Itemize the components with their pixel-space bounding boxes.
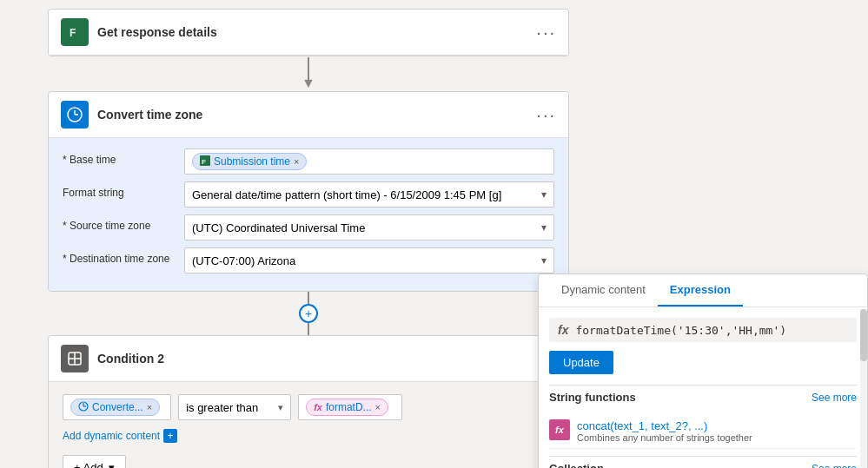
token-excel-icon: F (200, 155, 210, 168)
condition-left-value[interactable]: Converte... × (63, 394, 171, 420)
base-time-label: * Base time (63, 148, 184, 166)
format-string-value[interactable]: General date/time pattern (short time) -… (184, 181, 554, 208)
add-button-label: + Add (74, 461, 103, 468)
expression-row: fx formatDateTime('15:30','HH,mm') (549, 318, 857, 342)
operator-arrow: ▾ (278, 402, 283, 413)
source-tz-label: * Source time zone (63, 214, 184, 232)
scrollbar-track[interactable] (860, 309, 867, 468)
format-string-label: Format string (63, 181, 184, 199)
convert-card-title: Convert time zone (97, 108, 536, 122)
convert-card-more[interactable]: ··· (536, 106, 556, 123)
source-tz-arrow: ▾ (541, 221, 547, 234)
update-button[interactable]: Update (549, 351, 613, 374)
collection-see-more[interactable]: See more (812, 463, 857, 469)
converted-icon (78, 401, 89, 413)
panel-tabs: Dynamic content Expression (539, 274, 867, 307)
add-dynamic-plus-icon: + (163, 429, 177, 443)
func-details: concat(text_1, text_2?, ...) Combines an… (577, 419, 857, 443)
string-functions-title: String functions (549, 391, 636, 404)
source-tz-value[interactable]: (UTC) Coordinated Universal Time ▾ (184, 214, 554, 241)
add-chevron-icon: ▾ (109, 461, 115, 468)
collection-title: Collection (549, 462, 604, 468)
top-card-more[interactable]: ··· (536, 23, 556, 41)
tab-expression[interactable]: Expression (658, 274, 743, 307)
condition-2-card: Condition 2 Converte... × is greater tha… (48, 335, 569, 468)
submission-time-token[interactable]: F Submission time × (192, 153, 307, 170)
format-string-arrow: ▾ (541, 188, 547, 201)
func-desc: Combines any number of strings together (577, 432, 857, 443)
base-time-row: * Base time F Submission time × (63, 148, 554, 175)
expression-text: formatDateTime('15:30','HH,mm') (575, 324, 848, 337)
format-string-row: Format string General date/time pattern … (63, 181, 554, 208)
dest-tz-text: (UTC-07:00) Arizona (192, 254, 295, 267)
condition-icon (61, 345, 89, 372)
converted-close[interactable]: × (147, 402, 152, 412)
dest-tz-row: * Destination time zone (UTC-07:00) Ariz… (63, 247, 554, 274)
fx-icon: fx (314, 402, 322, 412)
token-close[interactable]: × (294, 156, 299, 167)
condition-operator[interactable]: is greater than ▾ (178, 394, 291, 420)
dest-tz-arrow: ▾ (541, 254, 547, 267)
format-close[interactable]: × (375, 402, 381, 412)
expression-fx-label: fx (558, 323, 568, 337)
token-label: Submission time (214, 155, 290, 168)
condition-row: Converte... × is greater than ▾ fx forma… (63, 394, 554, 420)
convert-time-zone-card: Convert time zone ··· * Base time F Subm… (48, 91, 569, 292)
string-see-more[interactable]: See more (812, 392, 857, 404)
plus-connector: + (17, 292, 600, 335)
dynamic-panel: Dynamic content Expression fx formatDate… (538, 274, 868, 468)
operator-label: is greater than (186, 401, 258, 414)
clock-icon (61, 101, 89, 129)
format-string-text: General date/time pattern (short time) -… (192, 188, 501, 201)
source-tz-row: * Source time zone (UTC) Coordinated Uni… (63, 214, 554, 241)
add-dynamic-label: Add dynamic content (63, 430, 160, 442)
collection-section: Collection See more (549, 456, 857, 468)
svg-text:F: F (202, 158, 206, 166)
panel-body: fx formatDateTime('15:30','HH,mm') Updat… (539, 307, 867, 468)
string-functions-section: String functions See more (549, 385, 857, 409)
converted-token[interactable]: Converte... × (70, 399, 160, 416)
get-response-card: F Get response details ··· (48, 9, 569, 56)
format-token[interactable]: fx formatD... × (306, 399, 388, 416)
condition-right-value[interactable]: fx formatD... × (298, 394, 402, 420)
format-label: formatD... (326, 401, 372, 413)
condition-card-title: Condition 2 (97, 352, 556, 366)
dest-tz-label: * Destination time zone (63, 247, 184, 265)
add-dynamic-content-link[interactable]: Add dynamic content + (63, 429, 554, 443)
func-name: concat(text_1, text_2?, ...) (577, 419, 857, 432)
dest-tz-value[interactable]: (UTC-07:00) Arizona ▾ (184, 247, 554, 274)
scrollbar-thumb[interactable] (860, 309, 867, 361)
converted-label: Converte... (92, 401, 143, 413)
add-button[interactable]: + Add ▾ (63, 455, 126, 468)
top-card-title: Get response details (97, 25, 536, 39)
func-item-concat[interactable]: fx concat(text_1, text_2?, ...) Combines… (549, 414, 857, 449)
arrow-1: ▼ (17, 56, 600, 91)
plus-button[interactable]: + (299, 304, 318, 323)
base-time-value[interactable]: F Submission time × (184, 148, 554, 175)
svg-text:F: F (70, 27, 76, 39)
tab-dynamic-content[interactable]: Dynamic content (549, 274, 658, 307)
source-tz-text: (UTC) Coordinated Universal Time (192, 221, 365, 234)
excel-icon: F (61, 18, 89, 46)
flow-canvas: F Get response details ··· ▼ Convert tim… (0, 0, 617, 468)
func-fx-icon: fx (549, 419, 570, 440)
